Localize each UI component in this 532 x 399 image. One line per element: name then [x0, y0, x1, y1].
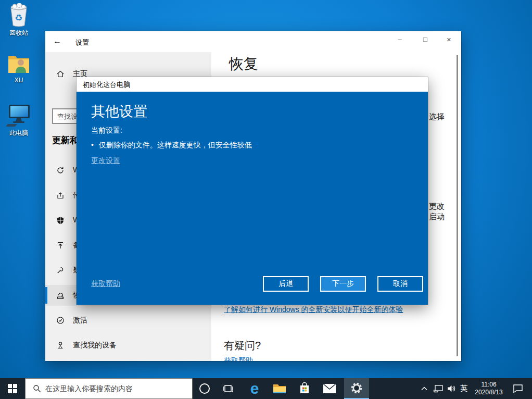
bullet-text: 仅删除你的文件。这样速度更快，但安全性较低	[99, 141, 252, 149]
gear-icon	[350, 382, 363, 394]
sidebar-item-find-my-device[interactable]: 查找我的设备	[45, 335, 211, 356]
desktop-icon-label: 回收站	[2, 29, 35, 38]
store-icon	[298, 382, 311, 395]
search-icon	[33, 384, 41, 393]
clipped-text: 选择	[429, 112, 445, 122]
desktop-icon-xu-folder[interactable]: XU	[2, 52, 35, 84]
dialog-title: 初始化这台电脑	[83, 80, 130, 90]
taskbar-search[interactable]	[25, 378, 193, 399]
task-view-icon	[222, 383, 234, 394]
back-button[interactable]: ←	[52, 36, 63, 47]
taskbar-search-input[interactable]	[45, 384, 192, 393]
desktop-icon-recycle-bin[interactable]: ♻ 回收站	[2, 3, 35, 38]
tray-date: 2020/8/13	[475, 389, 502, 396]
clock[interactable]: 11:06 2020/8/13	[471, 378, 507, 399]
back-button[interactable]: 后退	[263, 276, 309, 292]
edge-icon: e	[250, 381, 259, 396]
desktop-icon-this-pc[interactable]: 此电脑	[2, 103, 35, 138]
fresh-start-link[interactable]: 了解如何进行 Windows 的全新安装以便开始全新的体验	[224, 305, 403, 315]
cortana-icon	[199, 383, 210, 394]
mail-button[interactable]	[317, 378, 342, 399]
clipped-text: 启动	[429, 212, 445, 222]
minimize-button[interactable]: –	[388, 31, 412, 48]
network-icon	[433, 384, 444, 393]
question-heading: 有疑问?	[224, 339, 261, 353]
speaker-icon	[447, 384, 456, 393]
page-title: 恢复	[229, 54, 258, 74]
sidebar-item-activation[interactable]: 激活	[45, 310, 211, 331]
user-folder-icon	[7, 52, 31, 75]
recycle-bin-icon: ♻	[7, 3, 31, 27]
maximize-button[interactable]: □	[413, 31, 437, 48]
change-settings-link[interactable]: 更改设置	[91, 156, 120, 166]
computer-icon	[6, 103, 32, 127]
reset-pc-dialog: 初始化这台电脑 其他设置 当前设置: • 仅删除你的文件。这样速度更快，但安全性…	[77, 77, 428, 305]
action-center-icon	[513, 384, 523, 393]
home-icon	[56, 70, 65, 78]
dialog-body: 其他设置 当前设置: • 仅删除你的文件。这样速度更快，但安全性较低 更改设置 …	[77, 92, 428, 305]
update-icon	[56, 166, 65, 174]
get-help-link[interactable]: 获取帮助	[224, 356, 253, 361]
shield-icon	[56, 216, 65, 225]
close-button[interactable]: ×	[437, 31, 461, 48]
desktop-icon-label: XU	[2, 77, 35, 84]
store-button[interactable]	[292, 378, 317, 399]
show-hidden-icons-button[interactable]	[417, 378, 431, 399]
bullet-glyph: •	[91, 141, 94, 149]
edge-button[interactable]: e	[242, 378, 267, 399]
volume-button[interactable]	[445, 378, 458, 399]
sidebar-item-developer-options[interactable]: 开发者选项	[45, 360, 211, 361]
taskbar: e	[0, 378, 532, 399]
bullet-item: • 仅删除你的文件。这样速度更快，但安全性较低	[91, 141, 252, 150]
action-center-button[interactable]	[509, 378, 527, 399]
file-explorer-button[interactable]	[267, 378, 292, 399]
window-title: 设置	[75, 38, 89, 47]
location-pin-icon	[56, 341, 65, 350]
svg-text:♻: ♻	[15, 13, 22, 23]
delivery-optimization-icon	[56, 191, 65, 200]
cortana-button[interactable]	[194, 378, 216, 399]
dialog-titlebar: 初始化这台电脑	[77, 77, 428, 92]
settings-taskbar-button[interactable]	[344, 378, 369, 399]
backup-icon	[56, 241, 65, 250]
recovery-icon	[56, 291, 65, 300]
scrollbar[interactable]	[457, 55, 458, 356]
next-button[interactable]: 下一步	[320, 276, 366, 292]
desktop: ♻ 回收站 XU 此电脑 ← 设置 – □ ×	[0, 0, 532, 399]
desktop-icon-label: 此电脑	[2, 129, 35, 138]
tray-time: 11:06	[475, 381, 502, 389]
task-view-button[interactable]	[216, 378, 240, 399]
wrench-icon	[56, 266, 65, 275]
folder-icon	[273, 383, 286, 394]
start-button[interactable]	[0, 378, 25, 399]
network-button[interactable]	[431, 378, 446, 399]
dialog-heading: 其他设置	[91, 102, 147, 121]
dialog-get-help-link[interactable]: 获取帮助	[91, 279, 120, 289]
cancel-button[interactable]: 取消	[377, 276, 423, 292]
current-settings-label: 当前设置:	[91, 126, 122, 135]
chevron-up-icon	[421, 386, 427, 391]
check-circle-icon	[56, 316, 65, 325]
windows-logo-icon	[8, 384, 17, 393]
ime-indicator[interactable]: 英	[457, 378, 471, 399]
clipped-text: 更改	[429, 202, 445, 211]
mail-icon	[323, 383, 336, 394]
